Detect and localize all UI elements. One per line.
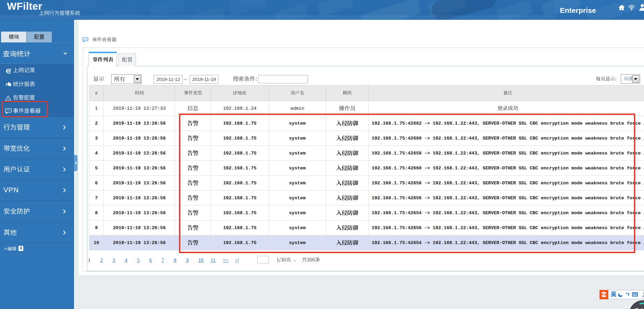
svg-text:74: 74 (635, 307, 643, 309)
